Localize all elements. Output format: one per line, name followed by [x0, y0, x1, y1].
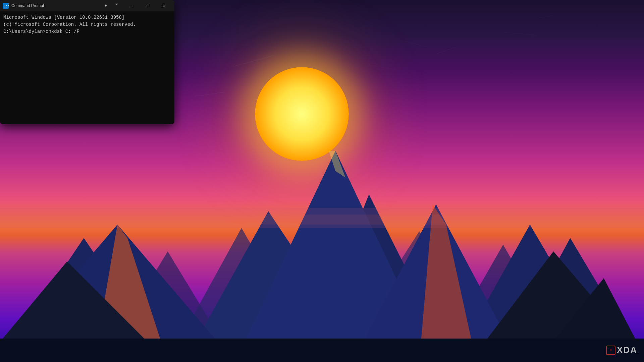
cmd-output-line2: (c) Microsoft Corporation. All rights re… — [3, 21, 171, 28]
cmd-output-line1: Microsoft Windows [Version 10.0.22631.39… — [3, 14, 171, 21]
xda-logo-icon: ✦ — [606, 346, 615, 355]
svg-rect-24 — [0, 215, 644, 225]
mountain-decoration — [0, 111, 644, 362]
svg-text:C:\: C:\ — [3, 4, 9, 8]
minimize-button[interactable]: — — [124, 0, 140, 11]
cmd-titlebar: C:\ Command Prompt + ˅ — □ ✕ — [0, 0, 174, 11]
titlebar-extra-controls: + ˅ — [101, 1, 121, 10]
cmd-input-line: C:\Users\dylan>chkdsk C: /F — [3, 28, 171, 35]
svg-rect-22 — [0, 339, 644, 362]
cmd-app-icon: C:\ — [3, 3, 9, 9]
maximize-button[interactable]: □ — [140, 0, 156, 11]
new-tab-button[interactable]: + — [101, 1, 111, 10]
dropdown-button[interactable]: ˅ — [111, 1, 121, 10]
cmd-body[interactable]: Microsoft Windows [Version 10.0.22631.39… — [0, 11, 174, 124]
close-button[interactable]: ✕ — [156, 0, 172, 11]
xda-brand-text: XDA — [617, 345, 637, 355]
window-controls: — □ ✕ — [124, 0, 172, 11]
cmd-title-text: Command Prompt — [11, 3, 101, 8]
xda-watermark: ✦ XDA — [606, 345, 637, 355]
cmd-window: C:\ Command Prompt + ˅ — □ ✕ Microsoft W… — [0, 0, 174, 124]
